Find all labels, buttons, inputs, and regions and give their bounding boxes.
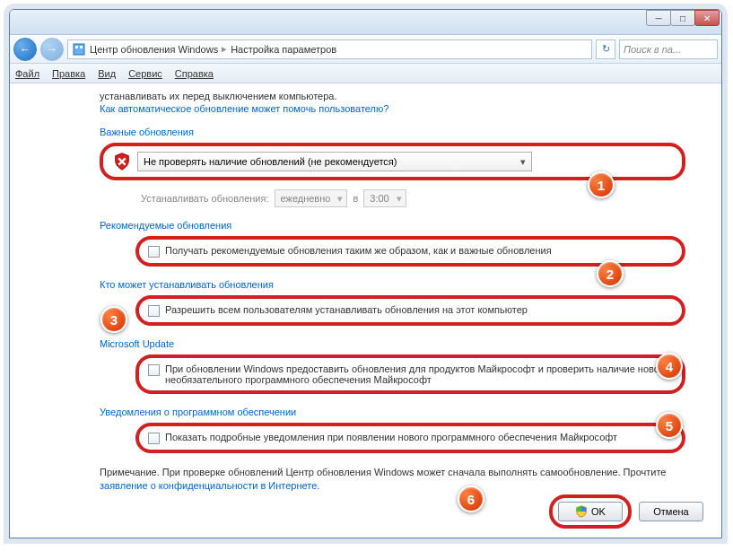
help-link[interactable]: Как автоматическое обновление может помо… xyxy=(100,103,685,114)
highlight-4: При обновлении Windows предоставить обно… xyxy=(135,354,685,394)
menu-view[interactable]: Вид xyxy=(98,68,116,79)
forward-button[interactable]: → xyxy=(40,38,64,61)
minimize-button[interactable]: ─ xyxy=(646,10,671,26)
menu-file[interactable]: Файл xyxy=(15,68,39,79)
window-controls: ─ □ ✕ xyxy=(647,10,720,26)
svg-rect-1 xyxy=(75,46,78,48)
intro-text: устанавливать их перед выключением компь… xyxy=(100,91,685,101)
highlight-3: Разрешить всем пользователям устанавлива… xyxy=(135,295,685,326)
schedule-label: Устанавливать обновления: xyxy=(141,193,269,204)
menu-help[interactable]: Справка xyxy=(175,68,214,79)
callout-5: 5 xyxy=(656,412,683,439)
checkbox-notify-label: Показать подробные уведомления при появл… xyxy=(165,432,617,442)
ok-button[interactable]: OK xyxy=(558,502,623,521)
checkbox-allusers[interactable] xyxy=(148,305,160,317)
checkbox-notify[interactable] xyxy=(148,433,160,444)
section-who-can-install: Кто может устанавливать обновления xyxy=(100,279,685,290)
highlight-5: Показать подробные уведомления при появл… xyxy=(135,423,685,453)
section-recommended-updates: Рекомендуемые обновления xyxy=(100,220,685,231)
schedule-frequency-combo: ежедневно xyxy=(275,189,348,207)
callout-3: 3 xyxy=(100,306,127,333)
back-button[interactable]: ← xyxy=(13,38,37,61)
schedule-at-label: в xyxy=(353,193,358,204)
menu-bar: Файл Правка Вид Сервис Справка xyxy=(10,64,721,83)
checkbox-msupdate[interactable] xyxy=(148,364,160,376)
schedule-time-combo: 3:00 xyxy=(363,189,406,207)
titlebar[interactable]: ─ □ ✕ xyxy=(10,10,721,35)
callout-4: 4 xyxy=(656,353,683,380)
checkbox-msupdate-label: При обновлении Windows предоставить обно… xyxy=(165,363,673,385)
section-important-updates: Важные обновления xyxy=(100,127,685,137)
section-microsoft-update: Microsoft Update xyxy=(100,338,685,349)
menu-tools[interactable]: Сервис xyxy=(128,68,162,79)
svg-rect-0 xyxy=(74,44,84,55)
breadcrumb-item-2[interactable]: Настройка параметров xyxy=(231,44,336,55)
callout-2: 2 xyxy=(597,260,624,287)
menu-edit[interactable]: Правка xyxy=(52,68,85,79)
update-mode-dropdown[interactable]: Не проверять наличие обновлений (не реко… xyxy=(137,152,532,171)
button-row: OK Отмена xyxy=(549,494,703,529)
section-software-notifications: Уведомления о программном обеспечении xyxy=(100,407,685,417)
nav-toolbar: ← → Центр обновления Windows ▸ Настройка… xyxy=(10,35,721,64)
shield-error-icon xyxy=(112,152,132,171)
privacy-link[interactable]: заявление о конфиденциальности в Интерне… xyxy=(100,480,317,491)
maximize-button[interactable]: □ xyxy=(670,10,695,26)
cancel-button[interactable]: Отмена xyxy=(639,502,703,521)
checkbox-recommended-label: Получать рекомендуемые обновления таким … xyxy=(165,245,552,256)
breadcrumb-separator: ▸ xyxy=(222,43,227,55)
breadcrumb[interactable]: Центр обновления Windows ▸ Настройка пар… xyxy=(67,39,592,59)
svg-rect-2 xyxy=(80,46,83,48)
uac-shield-icon xyxy=(575,505,588,518)
close-button[interactable]: ✕ xyxy=(694,10,720,26)
checkbox-recommended[interactable] xyxy=(148,246,160,258)
control-panel-icon xyxy=(72,42,86,57)
highlight-6: OK xyxy=(549,494,632,529)
search-input[interactable]: Поиск в па... xyxy=(619,39,718,59)
callout-1: 1 xyxy=(588,171,615,198)
checkbox-allusers-label: Разрешить всем пользователям устанавлива… xyxy=(165,304,528,315)
callout-6: 6 xyxy=(458,486,484,512)
privacy-note: Примечание. При проверке обновлений Цент… xyxy=(100,466,685,494)
breadcrumb-item-1[interactable]: Центр обновления Windows xyxy=(90,44,218,55)
refresh-button[interactable]: ↻ xyxy=(596,39,615,59)
